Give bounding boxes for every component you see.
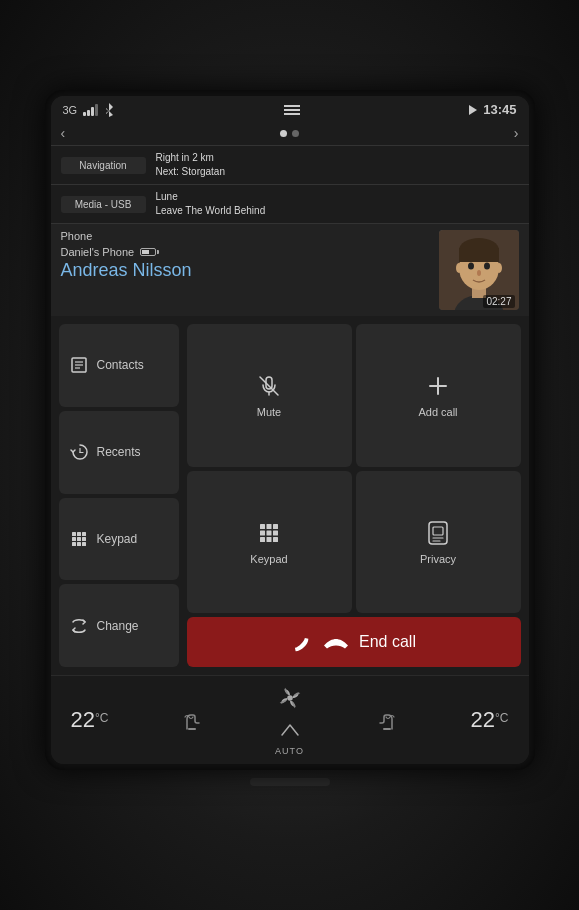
call-timer: 02:27 bbox=[483, 295, 514, 308]
add-call-button[interactable]: Add call bbox=[356, 324, 521, 467]
nav-dot-2 bbox=[292, 130, 299, 137]
phone-section: Phone Daniel's Phone Andreas Nilsson bbox=[51, 223, 529, 675]
end-call-icon bbox=[291, 631, 313, 653]
device-name: Daniel's Phone bbox=[61, 246, 439, 258]
right-row-bottom: Keypad bbox=[187, 471, 521, 614]
nav-line2: Next: Storgatan bbox=[156, 165, 225, 179]
keypad-right-button[interactable]: Keypad bbox=[187, 471, 352, 614]
keypad-right-label: Keypad bbox=[250, 553, 287, 565]
navigation-content: Right in 2 km Next: Storgatan bbox=[156, 151, 225, 179]
svg-rect-38 bbox=[273, 537, 278, 542]
contacts-label: Contacts bbox=[97, 358, 144, 372]
nav-arrow-left[interactable]: ‹ bbox=[61, 125, 66, 141]
media-label: Media - USB bbox=[61, 196, 146, 213]
seat-heat-indicator bbox=[276, 716, 304, 744]
status-bar: 3G bbox=[51, 96, 529, 123]
svg-rect-18 bbox=[77, 532, 81, 536]
left-temp-display: 22 °C bbox=[71, 707, 109, 733]
keypad-left-icon bbox=[69, 529, 89, 549]
nav-dots bbox=[280, 130, 299, 137]
hamburger-menu-icon[interactable] bbox=[284, 105, 300, 115]
navigation-label: Navigation bbox=[61, 157, 146, 174]
svg-point-8 bbox=[477, 270, 481, 276]
svg-rect-40 bbox=[433, 527, 443, 535]
fan-icon[interactable] bbox=[276, 684, 304, 712]
right-temp-display: 22 °C bbox=[471, 707, 509, 733]
svg-rect-22 bbox=[82, 537, 86, 541]
nav-arrow-right[interactable]: › bbox=[514, 125, 519, 141]
svg-rect-19 bbox=[82, 532, 86, 536]
car-frame: 3G bbox=[0, 0, 579, 910]
bluetooth-icon bbox=[104, 103, 114, 117]
svg-rect-33 bbox=[260, 530, 265, 535]
caller-avatar: 02:27 bbox=[439, 230, 519, 310]
add-call-icon bbox=[424, 372, 452, 400]
right-temp-unit: °C bbox=[495, 711, 508, 725]
media-row: Media - USB Lune Leave The World Behind bbox=[51, 184, 529, 223]
keypad-left-label: Keypad bbox=[97, 532, 138, 546]
play-icon bbox=[469, 105, 477, 115]
left-temp-value: 22 bbox=[71, 707, 95, 733]
end-call-button[interactable]: End call bbox=[187, 617, 521, 667]
right-row-top: Mute Add call bbox=[187, 324, 521, 467]
recents-label: Recents bbox=[97, 445, 141, 459]
media-content: Lune Leave The World Behind bbox=[156, 190, 266, 218]
right-controls: Mute Add call bbox=[187, 324, 521, 667]
keypad-left-button[interactable]: Keypad bbox=[59, 498, 179, 581]
info-section: Navigation Right in 2 km Next: Storgatan… bbox=[51, 145, 529, 223]
svg-point-10 bbox=[496, 263, 502, 273]
mute-button[interactable]: Mute bbox=[187, 324, 352, 467]
svg-rect-23 bbox=[72, 542, 76, 546]
bottom-handle bbox=[250, 778, 330, 786]
recents-icon bbox=[69, 442, 89, 462]
change-label: Change bbox=[97, 619, 139, 633]
status-left: 3G bbox=[63, 103, 115, 117]
media-artist: Lune bbox=[156, 190, 266, 204]
recents-button[interactable]: Recents bbox=[59, 411, 179, 494]
svg-rect-36 bbox=[260, 537, 265, 542]
privacy-icon bbox=[424, 519, 452, 547]
contacts-icon bbox=[69, 355, 89, 375]
change-icon bbox=[69, 616, 89, 636]
clock: 13:45 bbox=[483, 102, 516, 117]
svg-point-6 bbox=[468, 263, 474, 270]
controls-area: Contacts Recents bbox=[51, 316, 529, 675]
climate-center: AUTO bbox=[275, 684, 304, 756]
svg-rect-17 bbox=[72, 532, 76, 536]
end-call-label: End call bbox=[359, 633, 416, 651]
svg-rect-32 bbox=[273, 524, 278, 529]
svg-rect-30 bbox=[260, 524, 265, 529]
svg-point-43 bbox=[287, 695, 293, 701]
privacy-label: Privacy bbox=[420, 553, 456, 565]
seat-heat-left-icon[interactable] bbox=[178, 706, 206, 734]
svg-point-7 bbox=[484, 263, 490, 270]
change-button[interactable]: Change bbox=[59, 584, 179, 667]
climate-bar: 22 °C bbox=[51, 675, 529, 764]
nav-dot-1 bbox=[280, 130, 287, 137]
privacy-button[interactable]: Privacy bbox=[356, 471, 521, 614]
end-call-row: End call bbox=[187, 617, 521, 667]
svg-point-9 bbox=[456, 263, 462, 273]
svg-rect-31 bbox=[267, 524, 272, 529]
svg-rect-37 bbox=[267, 537, 272, 542]
media-track: Leave The World Behind bbox=[156, 204, 266, 218]
status-right: 13:45 bbox=[469, 102, 516, 117]
svg-rect-34 bbox=[267, 530, 272, 535]
mute-icon bbox=[255, 372, 283, 400]
end-call-phone-icon bbox=[323, 635, 349, 649]
screen: 3G bbox=[51, 96, 529, 764]
svg-rect-35 bbox=[273, 530, 278, 535]
nav-line1: Right in 2 km bbox=[156, 151, 225, 165]
contacts-button[interactable]: Contacts bbox=[59, 324, 179, 407]
left-controls: Contacts Recents bbox=[59, 324, 179, 667]
svg-rect-24 bbox=[77, 542, 81, 546]
left-temp-unit: °C bbox=[95, 711, 108, 725]
keypad-right-icon bbox=[255, 519, 283, 547]
right-temp-value: 22 bbox=[471, 707, 495, 733]
auto-label: AUTO bbox=[275, 746, 304, 756]
svg-rect-21 bbox=[77, 537, 81, 541]
seat-heat-right-icon[interactable] bbox=[373, 706, 401, 734]
battery-icon bbox=[140, 248, 159, 256]
phone-label: Phone bbox=[61, 230, 439, 242]
svg-rect-25 bbox=[82, 542, 86, 546]
